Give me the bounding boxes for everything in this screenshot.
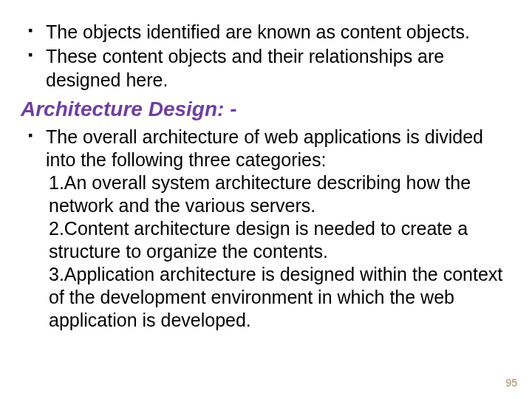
numbered-item: 2.Content architecture design is needed …: [49, 217, 511, 263]
section-heading: Architecture Design: -: [21, 98, 511, 121]
list-item: The overall architecture of web applicat…: [46, 126, 511, 332]
list-item: The objects identified are known as cont…: [46, 21, 511, 44]
numbered-item: 3.Application architecture is designed w…: [49, 263, 511, 332]
body-bullet-list: The overall architecture of web applicat…: [21, 126, 511, 332]
numbered-item: 1.An overall system architecture describ…: [49, 171, 511, 217]
page-number: 95: [505, 377, 517, 389]
list-item: These content objects and their relation…: [46, 45, 511, 92]
lead-text: The overall architecture of web applicat…: [46, 126, 483, 170]
slide: The objects identified are known as cont…: [0, 0, 532, 399]
top-bullet-list: The objects identified are known as cont…: [21, 21, 511, 92]
